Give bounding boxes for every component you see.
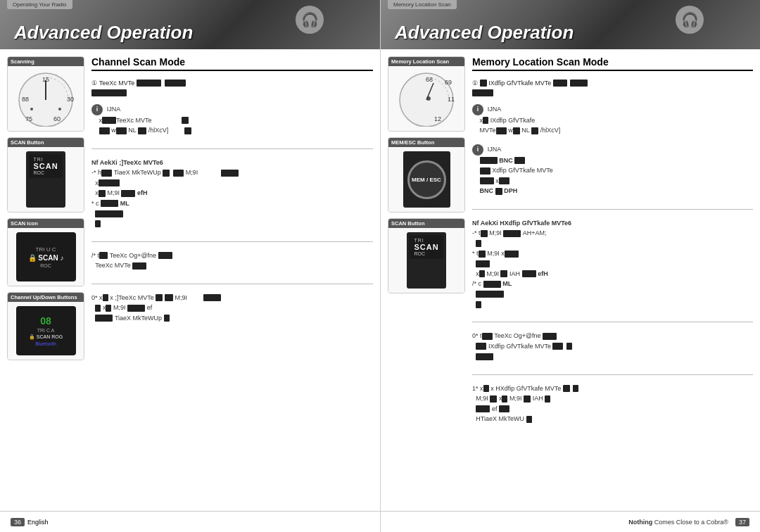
right-scan-label: SCAN Button <box>388 219 464 228</box>
r8 <box>138 127 146 134</box>
mem-scan-image: 68 69 11 12 <box>388 66 464 131</box>
scan-button-image: TRI SCAN ROC <box>8 147 84 212</box>
rr30 <box>552 343 563 350</box>
left-footer-left: 36 English <box>11 518 49 526</box>
mem-esc-label: MEM/ESC Button <box>388 138 464 147</box>
rr4 <box>472 89 493 96</box>
left-content-area: Scanning 15 30 60 75 88 <box>0 49 380 511</box>
r13 <box>221 170 239 177</box>
r10 <box>101 170 112 177</box>
r-step2-line1: IJNA <box>488 146 502 153</box>
nf-sub4b: ML <box>120 200 129 207</box>
r29 <box>127 305 145 312</box>
mem-scan-section: Memory Location Scan 68 69 11 12 <box>388 56 465 132</box>
r-step1-line3b: w <box>508 127 513 134</box>
rr2 <box>553 80 567 87</box>
rr8 <box>531 127 538 134</box>
r-step1-line3d: /hlXcV] <box>540 127 561 134</box>
svg-text:88: 88 <box>22 96 29 103</box>
right-intro-block: ① IXdfip GfVTkafe MVTe <box>472 78 753 97</box>
info-icon-r2: i <box>472 144 483 156</box>
r9 <box>184 127 191 134</box>
rr28 <box>543 333 557 340</box>
slash-step: /* t <box>91 252 99 259</box>
svg-text:75: 75 <box>25 115 32 122</box>
left-footer: 36 English <box>0 511 380 532</box>
r25 <box>165 294 173 301</box>
nf-step-text: Nf AekXi ;]TeeXc MVTe6 <box>91 159 163 166</box>
right-section-title: Memory Location Scan Mode <box>472 56 753 71</box>
channel-device: 08 TRI C A 🔒 SCAN ROG Bluetooth <box>16 306 76 355</box>
r-nf-sub3d: efH <box>538 270 548 277</box>
left-header: Operating Your Radio 🎧 Advanced Operatio… <box>0 0 380 49</box>
r28 <box>106 305 111 312</box>
nf-sub3b: M;9I <box>107 189 121 196</box>
scanning-dial-image: 15 30 60 75 88 <box>8 66 84 131</box>
rr27 <box>482 333 493 340</box>
divider-2 <box>91 241 373 242</box>
divider-3 <box>91 284 373 284</box>
scan-device-body: TRI SCAN ROC <box>29 154 62 178</box>
scan-rog-label: 🔒 SCAN ROG <box>29 334 63 340</box>
rr32 <box>476 353 493 360</box>
rr22 <box>500 270 507 277</box>
left-page: Operating Your Radio 🎧 Advanced Operatio… <box>0 0 380 532</box>
r-one-step: 1* x <box>472 385 483 392</box>
r20 <box>99 252 108 259</box>
r-nf-sub1: -* t <box>472 229 481 236</box>
left-tab-label: Operating Your Radio <box>7 0 72 9</box>
left-intro-block: ① TeeXc MVTe <box>91 78 373 97</box>
rr19 <box>505 251 519 258</box>
nf-sub1c: M;9I <box>186 169 198 176</box>
zero-step: 0* x <box>91 294 103 301</box>
rr13 <box>499 177 509 184</box>
r5 <box>182 117 189 124</box>
right-divider-1 <box>472 209 753 210</box>
rr14 <box>495 188 502 195</box>
channel-updown-section: Channel Up/Down Buttons 08 TRI C A 🔒 SCA… <box>7 292 84 360</box>
mem-esc-text: MEM / ESC <box>412 177 441 183</box>
r-one-sub1d: IAH <box>533 395 545 402</box>
rr16 <box>503 230 521 237</box>
right-tri-text: TRI <box>414 238 438 243</box>
nf-sub4: * c <box>91 200 101 207</box>
r30 <box>95 315 113 322</box>
nf-sub1: -* h <box>91 169 101 176</box>
right-page-number: 37 <box>735 518 749 526</box>
channel-display: 08 <box>40 315 51 327</box>
scan-device: TRI SCAN ROC <box>26 151 65 208</box>
rr15 <box>481 230 488 237</box>
r21 <box>158 252 172 259</box>
left-step-zero: 0* x x ;]TeeXc MVTe M;9I x M;9I ef TiaeX… <box>91 293 373 324</box>
r17 <box>101 200 118 207</box>
right-scan-big-text: SCAN <box>414 243 438 251</box>
step1-line2b: TeeXc MVTe <box>116 117 152 124</box>
scan-icon-label: SCAN Icon <box>8 219 84 228</box>
r-one-sub2: ef <box>492 405 499 412</box>
r27 <box>95 305 101 312</box>
scan-icon-image: TRI U C 🔒 SCAN ♪ ROC <box>8 228 84 286</box>
scan-icon-device: TRI U C 🔒 SCAN ♪ ROC <box>16 232 76 281</box>
left-section-title: Channel Scan Mode <box>91 56 373 71</box>
r-zero-step-b: TeeXc Og+@fne <box>494 332 543 339</box>
rr9 <box>480 157 498 164</box>
r-step1-line3c: NL <box>521 127 531 134</box>
roc-label: ROC <box>40 263 51 268</box>
redacted-2 <box>165 80 186 87</box>
tri-text: TRI <box>33 157 58 162</box>
r-nf-sub3c: IAH <box>509 270 522 277</box>
svg-text:60: 60 <box>53 115 60 122</box>
info-icon-r1: i <box>472 104 483 115</box>
step1-line1: IJNA <box>107 106 121 113</box>
r-one-sub1: M;9I <box>476 395 490 402</box>
right-page-title: Advanced Operation <box>388 22 574 44</box>
scan-big-text: SCAN <box>33 162 58 170</box>
svg-point-7 <box>58 108 61 110</box>
r-step1-line2b: IXdfip GfVTkafe <box>490 117 536 124</box>
r-one-sub3: HTiaeX MkTeWU <box>476 415 524 422</box>
redacted-3 <box>91 89 127 96</box>
scanning-label: Scanning <box>8 57 84 66</box>
rr42 <box>526 416 532 423</box>
r-one-step-b: x HXdfip GfVTkafe MVTe <box>490 385 563 392</box>
right-content-area: Memory Location Scan 68 69 11 12 <box>381 49 760 511</box>
